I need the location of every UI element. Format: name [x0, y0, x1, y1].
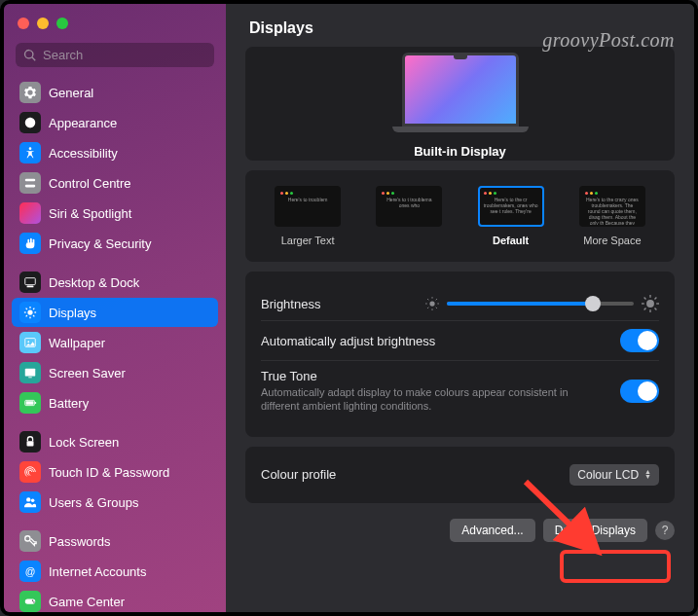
truetone-toggle[interactable] — [620, 380, 659, 403]
svg-line-15 — [33, 308, 34, 309]
svg-rect-5 — [25, 278, 36, 285]
settings-window: GeneralAppearanceAccessibilityControl Ce… — [0, 0, 698, 616]
battery-icon — [19, 392, 41, 414]
siri-icon — [19, 202, 41, 224]
svg-line-47 — [644, 298, 646, 300]
sidebar-item-siri-spotlight[interactable]: Siri & Spotlight — [12, 199, 218, 228]
display-identity-panel: Built-in Display — [245, 47, 675, 161]
sidebar-item-wallpaper[interactable]: Wallpaper — [12, 328, 218, 357]
sidebar-item-appearance[interactable]: Appearance — [12, 108, 218, 137]
search-input[interactable] — [43, 48, 206, 62]
window-controls — [4, 4, 226, 39]
sidebar-item-screen-saver[interactable]: Screen Saver — [12, 358, 218, 387]
scale-label: Default — [464, 235, 558, 246]
sidebar-item-label: Users & Groups — [49, 495, 138, 510]
detect-displays-button[interactable]: Detect Displays — [543, 519, 647, 542]
svg-point-4 — [25, 208, 36, 219]
auto-brightness-label: Automatically adjust brightness — [261, 334, 435, 348]
svg-point-25 — [31, 499, 35, 503]
brightness-slider[interactable] — [447, 302, 634, 306]
brightness-panel: Brightness Automatically adjust brightne… — [245, 272, 675, 437]
lock-icon — [19, 431, 41, 453]
svg-point-30 — [33, 601, 34, 602]
zoom-icon[interactable] — [56, 18, 68, 29]
sidebar-item-label: Internet Accounts — [49, 564, 146, 579]
scale-label: More Space — [566, 235, 659, 246]
watermark: groovyPost.com — [542, 29, 675, 52]
svg-line-12 — [26, 308, 27, 309]
wallpaper-icon — [19, 332, 41, 353]
chevron-updown-icon: ▲▼ — [644, 470, 651, 480]
svg-rect-18 — [25, 369, 36, 377]
svg-point-1 — [29, 147, 32, 150]
scale-label: Larger Text — [261, 235, 354, 246]
svg-rect-28 — [25, 598, 36, 603]
sidebar-item-desktop-dock[interactable]: Desktop & Dock — [12, 268, 218, 297]
sidebar-item-internet-accounts[interactable]: @Internet Accounts — [12, 557, 218, 586]
sidebar-item-label: Desktop & Dock — [49, 275, 139, 290]
sidebar-item-label: Privacy & Security — [49, 236, 151, 251]
sidebar-item-label: Accessibility — [49, 146, 118, 161]
sidebar-item-accessibility[interactable]: Accessibility — [12, 138, 218, 167]
sidebar-item-passwords[interactable]: Passwords — [12, 526, 218, 556]
brightness-row: Brightness — [261, 287, 659, 320]
profile-value: Colour LCD — [577, 468, 639, 482]
svg-point-7 — [27, 309, 32, 314]
sidebar-item-label: Wallpaper — [49, 336, 105, 350]
sidebar: GeneralAppearanceAccessibilityControl Ce… — [4, 4, 226, 612]
slider-thumb[interactable] — [585, 296, 601, 311]
svg-line-39 — [436, 308, 437, 308]
profile-row: Colour profile Colour LCD ▲▼ — [261, 462, 659, 488]
svg-line-49 — [644, 308, 646, 310]
sidebar-item-privacy-security[interactable]: Privacy & Security — [12, 229, 218, 258]
scale-thumb: Here's to the cr troublemakers, ones who… — [478, 186, 544, 227]
scale-option[interactable]: Here's to troublemLarger Text — [261, 186, 354, 246]
svg-line-14 — [26, 315, 27, 316]
scale-thumb: Here's to troublem — [275, 186, 341, 227]
switches-icon — [19, 172, 41, 194]
fingerprint-icon — [19, 461, 41, 483]
sidebar-item-control-centre[interactable]: Control Centre — [12, 168, 218, 198]
minimize-icon[interactable] — [37, 18, 49, 29]
sidebar-item-label: Appearance — [49, 116, 117, 130]
sidebar-item-label: Touch ID & Password — [49, 465, 169, 480]
auto-brightness-row: Automatically adjust brightness — [261, 320, 659, 360]
truetone-sub: Automatically adapt display to make colo… — [261, 385, 592, 414]
scale-option[interactable]: Here's to the cr troublemakers, ones who… — [464, 186, 558, 246]
svg-rect-19 — [28, 377, 32, 378]
sidebar-item-displays[interactable]: Displays — [12, 298, 218, 327]
display-name: Built-in Display — [261, 144, 659, 159]
sidebar-item-general[interactable]: General — [12, 78, 218, 107]
auto-brightness-toggle[interactable] — [620, 329, 659, 352]
sidebar-nav: GeneralAppearanceAccessibilityControl Ce… — [4, 77, 226, 612]
sun-icon — [19, 302, 41, 323]
sidebar-item-lock-screen[interactable]: Lock Screen — [12, 427, 218, 456]
sidebar-item-label: Lock Screen — [49, 435, 119, 450]
sidebar-item-users-groups[interactable]: Users & Groups — [12, 488, 218, 517]
svg-text:@: @ — [25, 565, 36, 577]
advanced-button[interactable]: Advanced... — [450, 519, 534, 542]
profile-select[interactable]: Colour LCD ▲▼ — [569, 464, 659, 486]
sidebar-item-label: Screen Saver — [49, 366, 126, 380]
svg-line-13 — [33, 315, 34, 316]
profile-label: Colour profile — [261, 467, 336, 482]
sidebar-item-game-center[interactable]: Game Center — [12, 587, 218, 612]
sidebar-item-label: Battery — [49, 396, 89, 411]
sun-large-icon — [642, 295, 659, 312]
scale-thumb: Here's to the crazy ones troublemakers. … — [579, 186, 645, 227]
sidebar-item-touch-id-password[interactable]: Touch ID & Password — [12, 457, 218, 487]
laptop-icon — [392, 53, 529, 138]
scale-option[interactable]: Here's to t troublema ones who — [362, 186, 456, 246]
svg-line-41 — [436, 299, 437, 300]
scale-thumb: Here's to t troublema ones who — [376, 186, 442, 227]
sidebar-item-label: Siri & Spotlight — [49, 206, 131, 221]
brightness-label: Brightness — [261, 297, 320, 311]
help-button[interactable]: ? — [655, 521, 675, 540]
search-field[interactable] — [16, 43, 214, 67]
sidebar-item-battery[interactable]: Battery — [12, 388, 218, 417]
svg-point-17 — [27, 341, 29, 343]
close-icon[interactable] — [18, 18, 29, 29]
svg-rect-21 — [35, 402, 36, 404]
profile-panel: Colour profile Colour LCD ▲▼ — [245, 447, 675, 503]
scale-option[interactable]: Here's to the crazy ones troublemakers. … — [566, 186, 659, 246]
